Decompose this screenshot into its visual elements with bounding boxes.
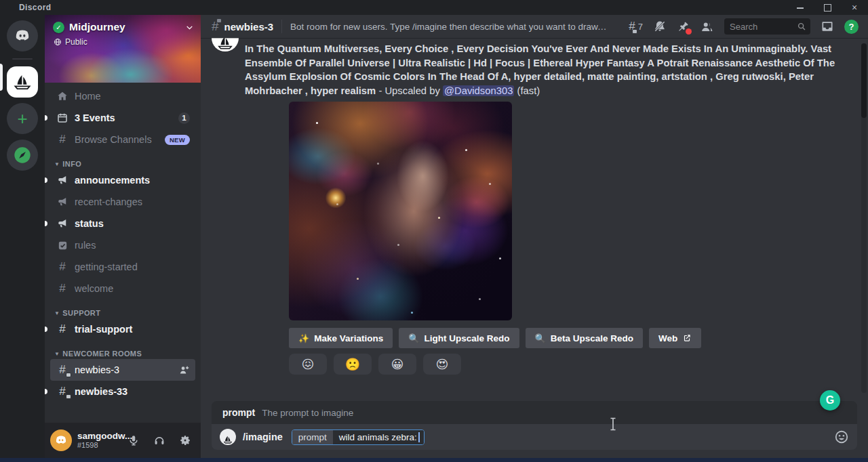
message-line: Ensemble Of Parallel Universe | Ultra Re… [245, 56, 868, 70]
user-panel: samgoodw... #1598 [45, 423, 201, 458]
deafen-button[interactable] [149, 430, 170, 450]
search-icon [797, 22, 806, 31]
sidebar-item-label: Home [75, 91, 101, 102]
caret-down-icon: ▼ [54, 310, 60, 316]
message-list: In The Quantum Multiverses, Every Choice… [201, 38, 868, 401]
beta-upscale-redo-button[interactable]: 🔍Beta Upscale Redo [526, 328, 644, 348]
unread-indicator [45, 389, 47, 394]
help-button[interactable]: ? [844, 20, 859, 34]
close-icon[interactable]: × [850, 3, 859, 12]
channel-rules[interactable]: rules [50, 234, 195, 256]
generated-image-attachment[interactable] [289, 102, 512, 320]
magnifier-icon: 🔍 [408, 333, 419, 343]
channel-label: announcements [75, 175, 150, 186]
grammarly-letter: G [826, 394, 834, 406]
scrollbar-thumb[interactable] [861, 43, 867, 118]
server-name[interactable]: Midjourney [69, 21, 180, 33]
inbox-icon [821, 20, 834, 33]
external-link-icon [682, 333, 692, 343]
sidebar-item-browse-channels[interactable]: # Browse Channels NEW [50, 129, 195, 150]
mute-microphone-button[interactable] [123, 430, 144, 450]
light-upscale-redo-button[interactable]: 🔍Light Upscale Redo [399, 328, 519, 348]
invite-people-icon[interactable] [178, 364, 190, 376]
explore-servers-button[interactable] [7, 140, 38, 171]
notifications-muted-button[interactable] [653, 20, 667, 33]
channel-getting-started[interactable]: # getting-started [50, 256, 195, 278]
minimize-icon[interactable] [796, 3, 804, 12]
unread-indicator [45, 115, 47, 121]
new-badge: NEW [165, 135, 190, 145]
bot-avatar[interactable] [212, 38, 239, 51]
channel-newbies-33[interactable]: # newbies-33 [50, 381, 195, 402]
midjourney-server-button[interactable] [7, 66, 38, 98]
category-support[interactable]: ▼SUPPORT [50, 309, 195, 317]
channel-welcome[interactable]: # welcome [50, 278, 195, 299]
unread-indicator [45, 327, 47, 332]
sidebar-item-home[interactable]: Home [50, 85, 195, 107]
user-info[interactable]: samgoodw... #1598 [77, 431, 118, 450]
threads-button[interactable]: # 7 [629, 20, 643, 33]
headphones-icon [153, 434, 165, 446]
channel-hash-icon: # [212, 20, 219, 33]
channel-name: newbies-3 [224, 21, 274, 33]
search-input[interactable]: Search [724, 18, 810, 35]
grammarly-icon[interactable]: G [820, 390, 840, 411]
sailboat-icon [12, 72, 33, 92]
chevron-down-icon[interactable] [185, 23, 194, 32]
make-variations-button[interactable]: ✨Make Variations [289, 328, 393, 348]
user-discriminator: #1598 [77, 441, 118, 450]
compass-icon [13, 146, 32, 165]
reactions: 😖 🙁 😀 😍 [289, 354, 868, 375]
channel-label: recent-changes [75, 196, 142, 207]
sailboat-icon [222, 434, 233, 445]
discord-window: Discord × + ✓ [0, 0, 868, 462]
slash-command: /imagine [243, 432, 283, 442]
plus-icon: + [17, 108, 27, 129]
channel-label: newbies-3 [75, 364, 119, 375]
emoji-picker-button[interactable] [834, 429, 849, 444]
sidebar-item-events[interactable]: 3 Events 1 [50, 107, 195, 129]
reaction-confounded[interactable]: 😖 [289, 354, 327, 375]
rules-icon [56, 240, 69, 251]
members-icon [700, 20, 714, 34]
verified-badge-icon: ✓ [53, 22, 64, 33]
channel-recent-changes[interactable]: recent-changes [50, 191, 195, 213]
add-server-button[interactable]: + [7, 103, 38, 134]
channel-topic[interactable]: Bot room for new users. Type /imagine th… [290, 22, 609, 32]
user-settings-button[interactable] [175, 430, 195, 450]
prompt-option-field[interactable]: prompt wild animals zebra: [292, 429, 425, 445]
gear-icon [179, 434, 191, 446]
inbox-button[interactable] [821, 20, 834, 33]
user-mention[interactable]: @Davidson303 [443, 85, 514, 96]
chat-scrollbar[interactable] [861, 43, 867, 393]
smiley-icon [834, 429, 849, 444]
channel-newbies-3[interactable]: # newbies-3 [50, 359, 195, 381]
server-banner[interactable]: ✓ Midjourney Public [45, 15, 201, 83]
reaction-heart-eyes[interactable]: 😍 [423, 354, 461, 375]
category-newcomer-rooms[interactable]: ▼NEWCOMER ROOMS [50, 350, 195, 358]
hash-icon: # [56, 322, 69, 336]
message-input[interactable]: /imagine prompt wild animals zebra: [212, 424, 857, 450]
browse-channels-icon: # [56, 133, 69, 146]
channel-announcements[interactable]: announcements [50, 169, 195, 191]
channel-trial-support[interactable]: # trial-support [50, 318, 195, 340]
web-button[interactable]: Web [649, 328, 701, 348]
text-cursor [609, 417, 617, 434]
option-name: prompt [222, 407, 255, 418]
megaphone-icon [56, 196, 69, 208]
slash-option-suggestion[interactable]: prompt The prompt to imagine [212, 401, 857, 424]
maximize-icon[interactable] [823, 3, 831, 12]
reaction-grin[interactable]: 😀 [378, 354, 416, 375]
discord-home-button[interactable] [7, 20, 38, 51]
megaphone-icon [56, 174, 69, 186]
category-info[interactable]: ▼INFO [50, 160, 195, 168]
reaction-frown[interactable]: 🙁 [334, 354, 372, 375]
pinned-messages-button[interactable] [677, 20, 690, 33]
channel-status[interactable]: status [50, 213, 195, 234]
sidebar-item-label: 3 Events [75, 112, 115, 123]
user-avatar[interactable] [50, 429, 72, 451]
rail-separator [12, 58, 33, 60]
hash-icon: # [56, 282, 69, 295]
bot-avatar-small [220, 429, 236, 445]
member-list-button[interactable] [700, 20, 714, 34]
